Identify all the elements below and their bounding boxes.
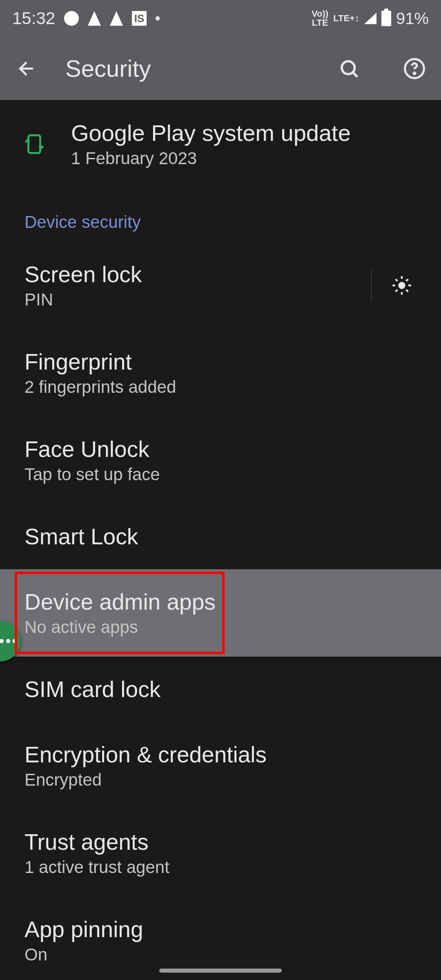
content-area: Google Play system update 1 February 202… [0, 100, 441, 980]
update-title: Google Play system update [71, 120, 416, 146]
signal-icon [364, 13, 376, 24]
status-left: 15:32 IS [12, 9, 160, 28]
gear-icon [391, 275, 412, 296]
setting-subtitle: Tap to set up face [24, 465, 416, 484]
svg-point-4 [399, 283, 405, 288]
setting-title: Face Unlock [24, 436, 416, 462]
svg-point-0 [342, 61, 355, 74]
volte-icon: Vo)) LTE [312, 9, 328, 27]
update-subtitle: 1 February 2023 [71, 149, 416, 168]
setting-text: Encryption & credentials Encrypted [24, 742, 416, 790]
section-header-device-security: Device security [0, 188, 441, 242]
setting-title: Screen lock [24, 261, 371, 287]
setting-subtitle: On [24, 945, 416, 964]
setting-subtitle: PIN [24, 290, 371, 310]
status-right: Vo)) LTE LTE+↕ 91% [312, 9, 429, 28]
more-dots-icon [0, 639, 17, 643]
navigation-bar-handle[interactable] [159, 969, 282, 973]
lte-icon: LTE+↕ [333, 14, 359, 23]
square-notification-icon: IS [132, 11, 147, 26]
svg-point-2 [414, 72, 415, 74]
help-button[interactable] [400, 54, 429, 83]
screen-lock-settings-button[interactable] [371, 269, 412, 302]
update-text: Google Play system update 1 February 202… [71, 120, 416, 168]
setting-fingerprint[interactable]: Fingerprint 2 fingerprints added [0, 329, 441, 416]
setting-face-unlock[interactable]: Face Unlock Tap to set up face [0, 416, 441, 504]
setting-app-pinning[interactable]: App pinning On [0, 897, 441, 980]
setting-subtitle: Encrypted [24, 770, 416, 790]
setting-text: Fingerprint 2 fingerprints added [24, 349, 416, 397]
setting-sim-card-lock[interactable]: SIM card lock [0, 657, 441, 722]
setting-text: App pinning On [24, 916, 416, 964]
dot-notification-icon [156, 16, 160, 20]
setting-text: Screen lock PIN [24, 261, 371, 310]
device-update-icon [22, 132, 46, 156]
setting-trust-agents[interactable]: Trust agents 1 active trust agent [0, 809, 441, 897]
setting-title: App pinning [24, 916, 416, 942]
setting-device-admin-apps[interactable]: Device admin apps No active apps [0, 569, 441, 657]
status-bar: 15:32 IS Vo)) LTE LTE+↕ 91% [0, 0, 441, 37]
setting-screen-lock[interactable]: Screen lock PIN [0, 242, 441, 329]
battery-percentage: 91% [396, 9, 429, 28]
back-arrow-icon [16, 58, 38, 80]
setting-text: SIM card lock [24, 676, 416, 702]
setting-title: Smart Lock [24, 523, 416, 550]
triangle-notification-icon-2 [110, 11, 123, 26]
page-title: Security [65, 55, 298, 82]
highlight-annotation-box [15, 572, 225, 654]
circle-notification-icon [64, 11, 79, 26]
setting-text: Smart Lock [24, 523, 416, 550]
back-button[interactable] [12, 54, 41, 83]
setting-subtitle: 2 fingerprints added [24, 377, 416, 397]
setting-title: Fingerprint [24, 349, 416, 375]
update-icon [21, 131, 47, 157]
search-button[interactable] [335, 54, 363, 83]
help-icon [403, 57, 426, 80]
triangle-notification-icon [88, 11, 101, 26]
setting-title: Trust agents [24, 829, 416, 855]
svg-rect-3 [29, 135, 40, 153]
google-play-update-row[interactable]: Google Play system update 1 February 202… [0, 100, 441, 188]
battery-icon [381, 11, 391, 26]
app-bar: Security [0, 37, 441, 100]
setting-title: Encryption & credentials [24, 742, 416, 768]
search-icon [338, 58, 360, 80]
setting-subtitle: 1 active trust agent [24, 858, 416, 877]
status-time: 15:32 [12, 9, 55, 28]
setting-encryption-credentials[interactable]: Encryption & credentials Encrypted [0, 722, 441, 809]
setting-text: Trust agents 1 active trust agent [24, 829, 416, 877]
setting-text: Face Unlock Tap to set up face [24, 436, 416, 484]
setting-title: SIM card lock [24, 676, 416, 702]
setting-smart-lock[interactable]: Smart Lock [0, 504, 441, 569]
